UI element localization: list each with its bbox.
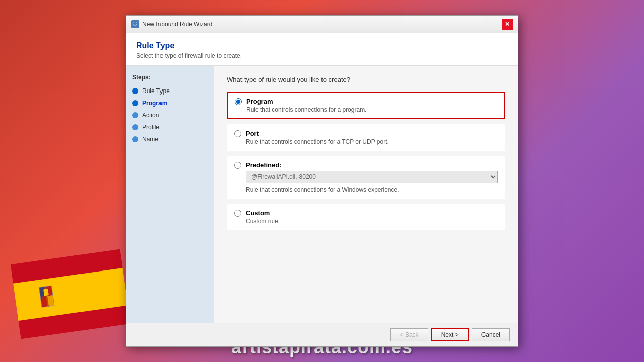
step-label-program: Program — [142, 100, 167, 107]
spain-flag — [11, 249, 131, 339]
option-desc-program: Rule that controls connections for a pro… — [246, 106, 497, 113]
dialog-icon: 🛡 — [131, 20, 139, 28]
page-subtitle: Select the type of firewall rule to crea… — [136, 52, 508, 59]
step-dot-action — [132, 112, 138, 118]
option-predefined[interactable]: Predefined: @FirewallAPI.dll,-80200 Rule… — [227, 156, 505, 199]
main-content: Steps: Rule Type Program Action Profile — [126, 66, 518, 323]
steps-label: Steps: — [126, 72, 214, 85]
option-label-predefined: Predefined: — [246, 161, 282, 169]
radio-predefined[interactable] — [234, 162, 242, 169]
option-label-port: Port — [246, 130, 259, 137]
step-label-name: Name — [142, 136, 158, 143]
option-desc-port: Rule that controls connections for a TCP… — [246, 138, 498, 145]
option-port[interactable]: Port Rule that controls connections for … — [227, 124, 505, 151]
close-button[interactable]: ✕ — [502, 19, 513, 30]
option-label-custom: Custom — [246, 209, 270, 217]
back-button[interactable]: < Back — [390, 328, 428, 341]
cancel-button[interactable]: Cancel — [472, 328, 510, 341]
content-area: What type of rule would you like to crea… — [214, 66, 518, 323]
radio-custom[interactable] — [234, 210, 242, 217]
option-program[interactable]: Program Rule that controls connections f… — [227, 92, 505, 119]
question-text: What type of rule would you like to crea… — [227, 76, 505, 83]
options-container: Program Rule that controls connections f… — [227, 92, 505, 230]
option-desc-predefined: Rule that controls connections for a Win… — [246, 186, 498, 193]
footer: < Back Next > Cancel — [126, 323, 518, 346]
option-desc-custom: Custom rule. — [246, 218, 498, 225]
sidebar: Steps: Rule Type Program Action Profile — [126, 66, 214, 323]
step-label-action: Action — [142, 112, 159, 119]
option-custom[interactable]: Custom Custom rule. — [227, 204, 505, 230]
radio-program[interactable] — [235, 98, 242, 105]
sidebar-item-profile[interactable]: Profile — [126, 121, 214, 133]
predefined-select[interactable]: @FirewallAPI.dll,-80200 — [246, 171, 498, 183]
radio-port[interactable] — [234, 130, 242, 137]
sidebar-item-action[interactable]: Action — [126, 109, 214, 121]
page-title: Rule Type — [136, 41, 508, 50]
header-section: Rule Type Select the type of firewall ru… — [126, 33, 518, 66]
step-dot-name — [132, 136, 138, 142]
step-dot-program — [132, 100, 138, 106]
step-dot-rule-type — [132, 88, 138, 94]
option-label-program: Program — [246, 98, 273, 105]
next-button[interactable]: Next > — [431, 328, 469, 341]
sidebar-item-rule-type[interactable]: Rule Type — [126, 85, 214, 97]
dialog-title: New Inbound Rule Wizard — [142, 21, 212, 28]
title-bar: 🛡 New Inbound Rule Wizard ✕ — [126, 16, 518, 33]
step-dot-profile — [132, 124, 138, 130]
sidebar-item-name[interactable]: Name — [126, 133, 214, 145]
step-label-profile: Profile — [142, 124, 159, 131]
sidebar-item-program[interactable]: Program — [126, 97, 214, 109]
svg-rect-5 — [43, 289, 49, 296]
step-label-rule-type: Rule Type — [142, 87, 170, 95]
